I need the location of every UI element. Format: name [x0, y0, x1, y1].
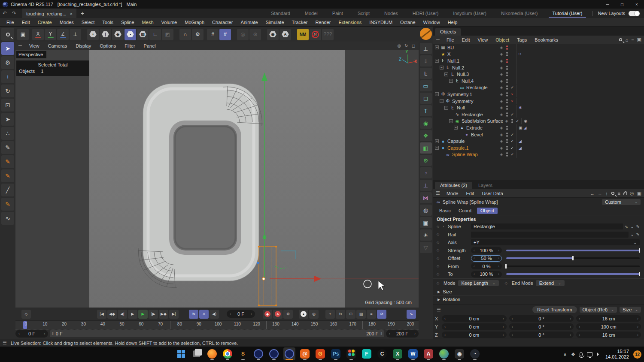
layer-icon[interactable]: ◈ — [498, 126, 505, 130]
expander-icon[interactable]: − — [435, 92, 439, 96]
phong-tag-icon[interactable]: ◢ — [519, 146, 522, 150]
tree-row-symmetry[interactable]: −ΦSymmetry◈× — [433, 98, 644, 105]
expander-icon[interactable]: + — [435, 139, 439, 143]
chevron-down-icon[interactable]: ⌄ — [630, 224, 634, 229]
from-slider[interactable] — [506, 263, 640, 269]
om-menu-view[interactable]: View — [474, 37, 492, 42]
word-icon[interactable]: W — [407, 347, 419, 360]
workplane-mode-button[interactable]: ◩ — [162, 29, 173, 40]
notification-badge[interactable]: 12 — [633, 350, 641, 359]
viewport-menu-display[interactable]: Display — [72, 43, 95, 48]
reset-transform-button[interactable]: Reset Transform — [532, 306, 577, 313]
line-cut-tool[interactable]: ✎ — [1, 198, 14, 211]
attr-menu-icon[interactable]: ☰ — [436, 190, 440, 196]
attr-menu-user-data[interactable]: User Data — [478, 191, 507, 196]
keyframe-presets-button[interactable]: ◎ — [309, 310, 319, 319]
keyframe-selection-button[interactable]: ● — [299, 310, 308, 319]
z-position-field[interactable]: ‹0 cm› — [442, 332, 507, 338]
layer-icon[interactable]: ◈ — [498, 133, 505, 137]
tab-objects[interactable]: Objects — [435, 28, 461, 36]
cinema4d-icon-active[interactable] — [283, 347, 295, 360]
om-menu-icon[interactable]: ☰ — [436, 37, 440, 42]
spline-smooth-tool[interactable]: ✎ — [1, 169, 14, 182]
range-end-grip[interactable]: ‖ — [380, 332, 382, 336]
layer-icon[interactable]: ◈ — [498, 66, 505, 70]
show-animation-tracks-button[interactable]: A — [199, 310, 209, 319]
to-slider[interactable] — [506, 271, 640, 277]
om-home-icon[interactable]: ⌂ — [626, 37, 629, 42]
menu-extensions[interactable]: Extensions — [334, 20, 365, 25]
layer-icon[interactable]: ◈ — [498, 112, 505, 117]
tree-row-rectangle[interactable]: ▭Rectangle◈✓ — [433, 84, 644, 91]
layer-icon[interactable]: ◈ — [498, 85, 505, 90]
attr-up-icon[interactable]: ↑ — [605, 191, 608, 196]
disabled-plugin-button[interactable]: N — [310, 29, 321, 40]
tree-row-bu[interactable]: +▦BU◈ — [433, 44, 644, 51]
attr-lock-icon[interactable] — [623, 193, 627, 195]
pin-tag-icon[interactable]: ✱ — [519, 106, 522, 110]
expander-icon[interactable]: − — [449, 79, 453, 83]
tree-row-null-3[interactable]: −ĿNull.3◈ — [433, 71, 644, 78]
attr-export-icon[interactable]: ▣ — [637, 190, 641, 196]
expander-icon[interactable]: + — [435, 45, 439, 49]
chevron-down-icon[interactable]: ⌄ — [630, 232, 634, 237]
visibility-mode-button[interactable]: ◉ — [267, 29, 279, 40]
layouts-toggle[interactable] — [629, 11, 640, 16]
tab-layers[interactable]: Layers — [473, 182, 498, 189]
offset-slider[interactable] — [506, 255, 640, 261]
snap-toggle-button[interactable]: ∩ — [179, 29, 191, 40]
minimize-button[interactable]: ─ — [600, 0, 615, 9]
start-frame-field[interactable]: ‹0 F› — [15, 330, 48, 338]
falloff-button[interactable]: ◎ — [237, 29, 249, 40]
play-forward-button[interactable]: ▶ — [138, 310, 148, 319]
expander-icon[interactable]: − — [454, 126, 458, 130]
keyable-dot-icon[interactable]: ◇ — [437, 256, 441, 260]
visibility-dots-icon[interactable] — [505, 126, 509, 130]
maximize-button[interactable]: □ — [615, 0, 629, 9]
screen-recorder-icon[interactable]: ◉ — [453, 347, 465, 360]
tab-attributes[interactable]: Attributes (2) — [435, 182, 472, 189]
menu-spline[interactable]: Spline — [117, 20, 138, 25]
tree-row-spline-wrap[interactable]: ∞Spline Wrap◈✓ — [433, 151, 644, 158]
tray-expand-icon[interactable]: ∧ — [563, 352, 567, 357]
excel-icon[interactable]: X — [392, 347, 404, 360]
layout-tab-tutorial-user[interactable]: Tutorial (User) — [545, 9, 590, 18]
sky-environment-icon[interactable]: ◍ — [420, 205, 432, 216]
layout-tab-standard[interactable]: Standard — [264, 9, 298, 18]
menu-animate[interactable]: Animate — [237, 20, 261, 25]
enabled-check-icon[interactable]: ✓ — [509, 85, 515, 90]
phong-tag-icon[interactable]: ◢ — [519, 139, 522, 143]
end-mode-dropdown[interactable]: Extend⌄ — [536, 280, 565, 286]
viewport-menu-filter[interactable]: Filter — [121, 43, 139, 48]
task-view-button[interactable] — [191, 347, 203, 360]
axis-edit-icon[interactable]: ⊥ — [420, 43, 432, 54]
previous-frame-button[interactable]: ◀| — [118, 310, 127, 319]
menu-mesh[interactable]: Mesh — [138, 20, 158, 25]
y-size-field[interactable]: ‹100 cm› — [576, 323, 641, 330]
taskbar-clock[interactable]: 15:17 14.01.2022 — [605, 349, 629, 360]
menu-insydium[interactable]: INSYDIUM — [365, 20, 396, 25]
current-frame-field[interactable]: ‹0 F› — [227, 310, 255, 318]
menu-file[interactable]: File — [3, 20, 18, 25]
key-pla-button[interactable]: ≡ — [367, 310, 376, 319]
layout-tab-script[interactable]: Script — [350, 9, 377, 18]
record-keyframe-button[interactable]: ◆ — [263, 310, 272, 319]
visibility-dots-icon[interactable] — [505, 146, 509, 150]
timeline-window-button[interactable]: ∿ — [407, 310, 416, 319]
keyable-dot-icon[interactable]: ◇ — [437, 225, 441, 229]
snap-settings-button[interactable]: ⚙ — [192, 29, 204, 40]
y-position-field[interactable]: ‹0 cm› — [442, 323, 507, 330]
keyable-dot-icon[interactable]: ◇ — [437, 248, 441, 252]
sublime-text-icon[interactable]: S — [237, 347, 249, 360]
key-rotation-button[interactable]: ↻ — [336, 310, 345, 319]
layout-tab-nodes[interactable]: Nodes — [377, 9, 405, 18]
layer-icon[interactable]: ◈ — [498, 139, 505, 143]
layer-icon[interactable]: ◈ — [498, 52, 505, 56]
row-expander-icon[interactable]: › — [443, 224, 446, 229]
x-size-field[interactable]: ‹16 cm› — [576, 315, 641, 322]
z-rotation-field[interactable]: ‹0 °› — [509, 332, 574, 338]
tree-row-symmetry-1[interactable]: −ΦSymmetry.1◈× — [433, 91, 644, 98]
loop-playback-button[interactable]: ↻ — [189, 310, 198, 319]
om-filter-icon[interactable]: ≡ — [631, 37, 634, 42]
camera-label[interactable]: Perspective — [16, 51, 46, 58]
